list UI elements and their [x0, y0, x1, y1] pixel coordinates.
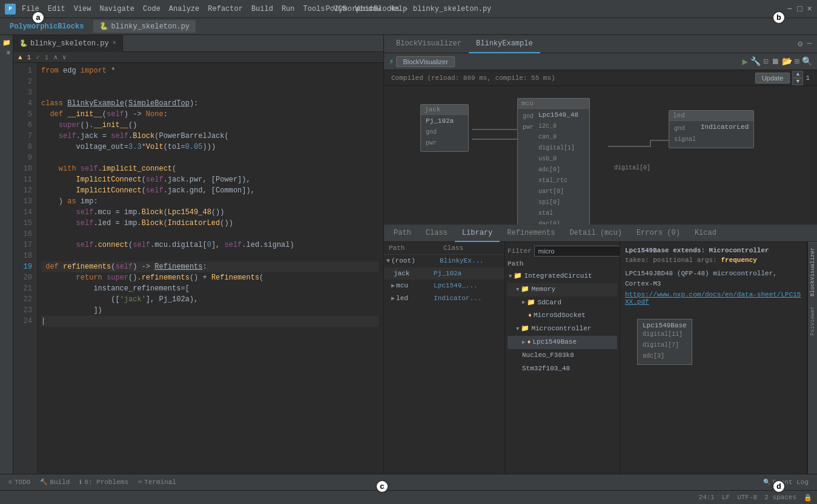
vert-tab-psiviewer[interactable]: PsiViewer [809, 301, 817, 341]
lib-path-label: Path [508, 260, 617, 267]
search-btn[interactable]: 🔍 [802, 56, 812, 67]
menu-run[interactable]: Run [280, 4, 296, 15]
menu-view[interactable]: View [73, 4, 93, 15]
stop-btn[interactable]: ⏹ [771, 57, 779, 67]
right-toolbar: BlockVisualizer BlinkyExample ⚙ − [384, 35, 817, 53]
menu-analyze[interactable]: Analyze [168, 4, 200, 15]
expand-icon[interactable]: ∧ [53, 53, 58, 61]
menu-tools[interactable]: Tools [302, 4, 326, 15]
lib-item-lpc1549base[interactable]: ▶ ♦ Lpc1549Base [508, 336, 617, 349]
vert-tab-blockvisualizer[interactable]: BlockVisualizer [809, 242, 817, 301]
project-tab[interactable]: PolymorphicBlocks [5, 21, 88, 32]
lib-item-nucleo[interactable]: Nucleo_F303k8 [508, 349, 617, 362]
expand-mcu-icon: ▶ [391, 281, 395, 291]
lib-item-microsdsocker[interactable]: ♦ MicroSdSocket [508, 309, 617, 322]
filter-input[interactable] [534, 246, 620, 257]
terminal-tab[interactable]: ⌨ Terminal [134, 477, 180, 487]
filter-label: Filter [508, 247, 532, 255]
cursor-pos: 24:1 [699, 494, 715, 501]
tab-path[interactable]: Path [386, 225, 418, 242]
led-block[interactable]: led gnd signal IndicatorLed [669, 110, 754, 148]
code-line-6: super().__init__() [41, 120, 379, 131]
encoding: UTF-8 [737, 494, 757, 501]
play-btn[interactable]: ▶ [742, 56, 748, 68]
mcu-block[interactable]: mcu gnd pwr Lpc1549_48 i2c_0 [517, 98, 590, 225]
problems-label: 6: Problems [84, 479, 128, 486]
tab-refinements[interactable]: Refinements [500, 225, 562, 242]
menu-navigate[interactable]: Navigate [98, 4, 136, 15]
python-icon: 🐍 [99, 22, 108, 31]
problems-tab[interactable]: ℹ 6: Problems [76, 477, 132, 487]
tree-jack-class: Pj_102a [434, 268, 461, 280]
tab-close-btn[interactable]: × [113, 40, 116, 47]
block-visualizer: jack Pj_102a gnd pwr mcu [384, 86, 817, 225]
gear-btn[interactable]: ⚙ [798, 39, 802, 49]
coverage-btn[interactable]: ⊡ [763, 56, 768, 67]
collapse-icon[interactable]: ∨ [62, 53, 67, 61]
update-btn[interactable]: Update [755, 73, 790, 83]
mcu-port-can0: can_0 [538, 132, 578, 143]
editor-tab-bar: 🐍 blinky_skeleton.py × [13, 35, 383, 52]
tab-library[interactable]: Library [455, 225, 500, 242]
layout-btn[interactable]: ⊞ [795, 56, 799, 67]
window-close[interactable]: × [807, 4, 812, 14]
add-configuration-btn[interactable]: BlockVisualizer [396, 56, 454, 67]
menu-edit[interactable]: Edit [47, 4, 67, 15]
expand-ic-icon: ▼ [509, 272, 512, 281]
overlay-label-b: b [772, 11, 786, 24]
col-class: Class [438, 243, 504, 253]
tab-kicad[interactable]: Kicad [687, 225, 724, 242]
build-tab[interactable]: 🔨 Build [36, 477, 73, 487]
code-line-24: | [41, 316, 379, 327]
compiled-bar: Compiled (reload: 869 ms, compile: 55 ms… [384, 70, 817, 86]
menu-refactor[interactable]: Refactor [207, 4, 244, 15]
code-line-19: def refinements(self) -> Refinements: [41, 261, 379, 272]
code-content[interactable]: from edg import * class BlinkyExample(Si… [36, 63, 383, 474]
tree-item-jack[interactable]: jack Pj_102a [384, 267, 504, 280]
menu-code[interactable]: Code [142, 4, 162, 15]
problems-icon: ℹ [79, 479, 82, 486]
todo-tab[interactable]: ≡ TODO [5, 477, 34, 487]
structure-icon[interactable]: ▣ [2, 50, 12, 59]
profile-btn[interactable]: 📂 [782, 56, 792, 67]
window-maximize[interactable]: □ [797, 4, 802, 14]
tab-errors[interactable]: Errors (0) [629, 225, 687, 242]
editor-tab-active[interactable]: 🐍 blinky_skeleton.py × [13, 35, 123, 52]
todo-label: TODO [15, 479, 30, 486]
title-bar: P File Edit View Navigate Code Analyze R… [0, 0, 817, 18]
window-minimize[interactable]: − [787, 4, 792, 14]
lib-item-memory[interactable]: ▼ 📁 Memory [508, 283, 617, 296]
error-count: 1 [27, 54, 31, 61]
event-log-btn[interactable]: 🔍 Event Log [759, 477, 812, 487]
lib-item-sdcard[interactable]: ▶ 📁 SdCard [508, 296, 617, 310]
tab-detail-mcu[interactable]: Detail (mcu) [562, 225, 629, 242]
spin-down[interactable]: ▼ [792, 78, 803, 85]
tree-item-led[interactable]: ▶ led Indicator... [384, 292, 504, 305]
jack-port-gnd: gnd [426, 127, 463, 138]
debug-btn[interactable]: 🔧 [750, 56, 761, 67]
tab-block-visualizer[interactable]: BlockVisualizer [389, 35, 469, 53]
lib-item-microcontroller[interactable]: ▼ 📁 Microcontroller [508, 322, 617, 336]
tab-blinky-example[interactable]: BlinkyExample [469, 35, 540, 53]
detail-link-text[interactable]: https://www.nxp.com/docs/en/data-sheet/L… [625, 291, 802, 306]
menu-build[interactable]: Build [250, 4, 274, 15]
error-indicator-bar: ▲ 1 ✓ 1 ∧ ∨ [13, 52, 383, 63]
lib-item-stm32[interactable]: Stm32f103_48 [508, 362, 617, 376]
code-line-15: self.led = imp.Block(IndicatorLed()) [41, 218, 379, 229]
library-panel: Filter Path ▼ 📁 IntegratedCircuit ▼ [505, 242, 620, 474]
mcu-port-digital1: digital[1] [538, 143, 578, 154]
lib-mc-label: Microcontroller [531, 323, 591, 335]
right-vert-tabs: BlockVisualizer PsiViewer [807, 242, 817, 474]
tree-item-mcu[interactable]: ▶ mcu Lpc1549_... [384, 280, 504, 292]
jack-block-body: Pj_102a gnd pwr [421, 115, 468, 151]
tab-class[interactable]: Class [418, 225, 455, 242]
jack-block[interactable]: jack Pj_102a gnd pwr [420, 104, 469, 152]
tree-root-row[interactable]: ▼ (root) BlinkyEx... [384, 255, 504, 267]
file-tab[interactable]: 🐍 blinky_skeleton.py [93, 20, 196, 33]
minus-btn[interactable]: − [806, 39, 812, 50]
spin-value: 1 [805, 74, 810, 82]
project-icon[interactable]: 📁 [2, 38, 12, 47]
spin-up[interactable]: ▲ [792, 71, 803, 78]
lib-item-integratedcircuit[interactable]: ▼ 📁 IntegratedCircuit [508, 270, 617, 283]
mcu-port-usb0: usb_0 [538, 154, 578, 165]
